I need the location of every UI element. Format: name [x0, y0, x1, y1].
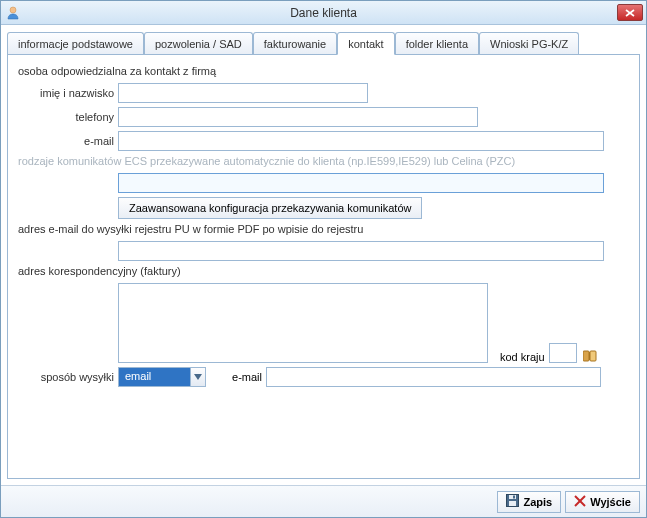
svg-rect-8	[509, 501, 516, 506]
combo-ship-method[interactable]: email	[118, 367, 206, 387]
exit-button-label: Wyjście	[590, 496, 631, 508]
window: Dane klienta informacje podstawowe pozwo…	[0, 0, 647, 518]
svg-rect-9	[513, 496, 515, 499]
combo-ship-method-value: email	[118, 367, 190, 387]
label-name: imię i nazwisko	[18, 87, 118, 99]
tab-pozwolenia-sad[interactable]: pozwolenia / SAD	[144, 32, 253, 55]
titlebar: Dane klienta	[1, 1, 646, 25]
exit-button[interactable]: Wyjście	[565, 491, 640, 513]
tab-informacje-podstawowe[interactable]: informacje podstawowe	[7, 32, 144, 55]
button-advanced-config[interactable]: Zaawansowana konfiguracja przekazywania …	[118, 197, 422, 219]
section-pu-email: adres e-mail do wysyłki rejestru PU w fo…	[18, 223, 629, 235]
tab-kontakt[interactable]: kontakt	[337, 32, 394, 55]
label-country: kod kraju	[500, 351, 545, 363]
section-correspondence-address: adres korespondencyjny (faktury)	[18, 265, 629, 277]
content-area: informacje podstawowe pozwolenia / SAD f…	[1, 25, 646, 485]
lookup-country-icon[interactable]	[583, 349, 599, 363]
label-ship-method: sposób wysyłki	[18, 371, 118, 383]
input-country-code[interactable]	[549, 343, 577, 363]
tab-panel-kontakt: osoba odpowiedzialna za kontakt z firmą …	[7, 54, 640, 479]
label-email: e-mail	[18, 135, 118, 147]
footer-bar: Zapis Wyjście	[1, 485, 646, 517]
save-button-label: Zapis	[523, 496, 552, 508]
section-contact-person: osoba odpowiedzialna za kontakt z firmą	[18, 65, 629, 77]
tab-strip: informacje podstawowe pozwolenia / SAD f…	[7, 31, 640, 54]
input-email[interactable]	[118, 131, 604, 151]
label-ship-email: e-mail	[206, 371, 266, 383]
window-title: Dane klienta	[1, 6, 646, 20]
save-icon	[506, 494, 519, 509]
save-button[interactable]: Zapis	[497, 491, 561, 513]
input-ecs-types[interactable]	[118, 173, 604, 193]
input-ship-email[interactable]	[266, 367, 601, 387]
combo-ship-method-button[interactable]	[190, 367, 206, 387]
tab-fakturowanie[interactable]: fakturowanie	[253, 32, 337, 55]
tab-folder-klienta[interactable]: folder klienta	[395, 32, 479, 55]
tab-wnioski-pg-kz[interactable]: Wnioski PG-K/Z	[479, 32, 579, 55]
input-pu-email[interactable]	[118, 241, 604, 261]
input-phones[interactable]	[118, 107, 478, 127]
textarea-address[interactable]	[118, 283, 488, 363]
svg-rect-3	[583, 351, 589, 361]
label-phones: telefony	[18, 111, 118, 123]
close-button[interactable]	[617, 4, 643, 21]
input-name[interactable]	[118, 83, 368, 103]
exit-icon	[574, 495, 586, 509]
svg-rect-4	[590, 351, 596, 361]
section-ecs-types: rodzaje komunikatów ECS przekazywane aut…	[18, 155, 629, 167]
